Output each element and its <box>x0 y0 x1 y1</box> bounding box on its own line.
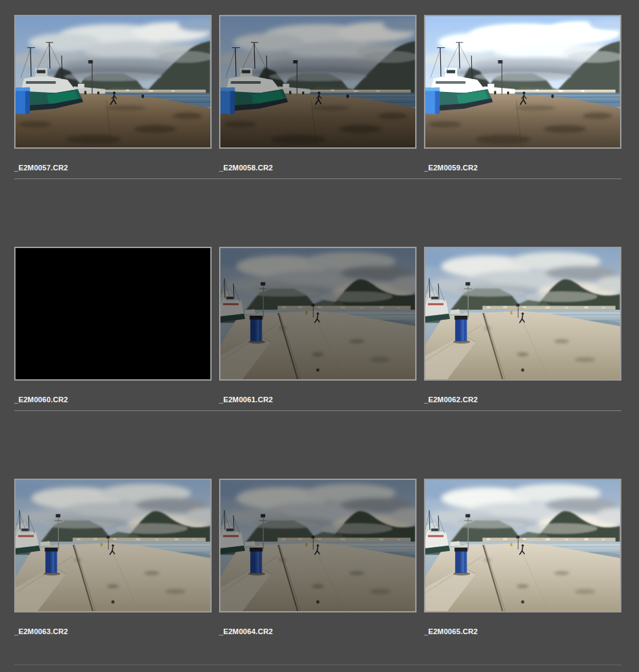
thumbnail[interactable] <box>14 15 212 149</box>
harbor-pier-photo <box>16 248 210 379</box>
filename-label: _E2M0062.CR2 <box>424 395 621 404</box>
row-separator <box>14 665 621 665</box>
thumbnail-photo <box>220 248 415 379</box>
photo-cell[interactable]: _E2M0060.CR2 <box>14 247 212 404</box>
photo-grid: _E2M0057.CR2 _E2M0058.CR2 <box>14 15 621 665</box>
photo-cell[interactable]: _E2M0062.CR2 <box>424 247 621 404</box>
filename-label: _E2M0065.CR2 <box>424 627 621 635</box>
photo-cell[interactable]: _E2M0057.CR2 <box>14 15 212 172</box>
harbor-pier-photo <box>425 248 620 379</box>
harbor-quay-photo <box>16 16 210 147</box>
thumbnail-photo <box>425 480 620 611</box>
photo-cell[interactable]: _E2M0058.CR2 <box>219 15 417 172</box>
harbor-pier-photo <box>16 480 210 611</box>
thumbnail-photo <box>16 480 210 611</box>
thumbnail[interactable] <box>219 479 417 613</box>
filename-label: _E2M0063.CR2 <box>14 627 212 635</box>
photo-cell[interactable]: _E2M0064.CR2 <box>219 479 417 635</box>
row-separator <box>14 178 621 179</box>
harbor-pier-photo <box>425 480 620 611</box>
photo-cell[interactable]: _E2M0059.CR2 <box>424 15 621 172</box>
thumbnail[interactable] <box>14 247 212 381</box>
thumbnail-photo <box>425 16 620 147</box>
harbor-quay-photo <box>425 16 620 147</box>
thumbnail-photo <box>425 248 620 379</box>
grid-row: _E2M0057.CR2 _E2M0058.CR2 <box>14 15 621 179</box>
grid-row: _E2M0063.CR2 _E2M0064.CR2 <box>14 479 621 665</box>
thumbnail-photo <box>220 480 415 611</box>
thumbnail[interactable] <box>14 479 212 613</box>
row-separator <box>14 410 621 411</box>
filename-label: _E2M0059.CR2 <box>424 164 621 172</box>
thumbnail[interactable] <box>424 15 621 149</box>
thumbnail[interactable] <box>219 247 417 381</box>
filename-label: _E2M0061.CR2 <box>219 395 417 404</box>
filename-label: _E2M0057.CR2 <box>14 164 212 172</box>
photo-cell[interactable]: _E2M0063.CR2 <box>14 479 212 635</box>
photo-cell[interactable]: _E2M0065.CR2 <box>424 479 621 635</box>
thumbnail-photo <box>16 248 210 379</box>
thumbnail[interactable] <box>219 15 417 149</box>
thumbnail-photo <box>16 16 210 147</box>
grid-row: _E2M0060.CR2 _E2M0061.CR2 <box>14 247 621 411</box>
thumbnail[interactable] <box>424 247 621 381</box>
contact-sheet: _E2M0057.CR2 _E2M0058.CR2 <box>0 0 639 672</box>
harbor-pier-photo <box>220 480 415 611</box>
thumbnail[interactable] <box>424 479 621 613</box>
filename-label: _E2M0058.CR2 <box>219 164 417 172</box>
filename-label: _E2M0064.CR2 <box>219 627 417 635</box>
photo-cell[interactable]: _E2M0061.CR2 <box>219 247 417 404</box>
thumbnail-photo <box>220 16 415 147</box>
harbor-pier-photo <box>220 248 415 379</box>
filename-label: _E2M0060.CR2 <box>14 395 212 404</box>
harbor-quay-photo <box>220 16 415 147</box>
